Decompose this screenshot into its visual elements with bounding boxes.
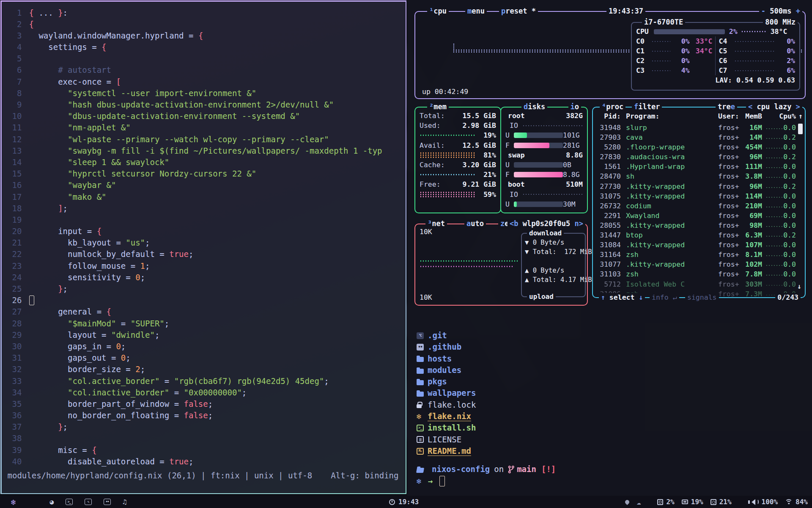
tray-memory[interactable]: 19% (682, 498, 703, 506)
editor-line[interactable]: 20 input = { (2, 226, 406, 237)
location-pin-icon[interactable] (624, 499, 630, 505)
editor-line[interactable]: 4 settings = { (2, 41, 406, 53)
editor-line[interactable]: 26 (2, 295, 406, 306)
tree-toggle[interactable]: tree (716, 102, 737, 112)
editor-line[interactable]: 32 border_size = 2; (2, 364, 406, 375)
header-cpu[interactable]: Cpu% (767, 111, 796, 121)
editor-window[interactable]: 1{ ... }:2{3 wayland.windowManager.hyprl… (0, 0, 406, 494)
sort-selector[interactable]: < cpu lazy > (746, 102, 802, 112)
music-app-icon[interactable]: ♫ (123, 498, 127, 506)
process-row[interactable]: 2291Xwaylandfros+69M0.0 (593, 211, 805, 221)
cloud-icon[interactable]: ☁ (636, 498, 641, 506)
editor-surface[interactable]: 1{ ... }:2{3 wayland.windowManager.hyprl… (2, 2, 406, 493)
tray-wifi[interactable]: 84% (785, 498, 808, 506)
editor-line[interactable]: 18 ]; (2, 203, 406, 214)
editor-line[interactable]: 28 "$mainMod" = "SUPER"; (2, 318, 406, 329)
editor-line[interactable]: 21 kb_layout = "us"; (2, 237, 406, 248)
editor-line[interactable]: 34 "col.inactive_border" = "0x00000000"; (2, 387, 406, 398)
net-interface-switch[interactable]: <b wlp0s20f0u5 n> (508, 219, 585, 229)
editor-line[interactable]: 24 sensitivity = 0; (2, 272, 406, 283)
editor-line[interactable]: 14 "sleep 1 && swaylock" (2, 157, 406, 168)
terminal-cursor[interactable] (439, 476, 445, 486)
editor-line[interactable]: 40 disable_autoreload = true; (2, 456, 406, 467)
process-row[interactable]: 31948slurpfros+16M0.0 (593, 123, 805, 133)
disks-io-toggle[interactable]: io (568, 102, 582, 112)
editor-line[interactable]: 7 exec-once = [ (2, 76, 406, 88)
editor-line[interactable]: 30 gaps_in = 0; (2, 341, 406, 352)
editor-line[interactable]: 2{ (2, 19, 406, 30)
process-panel-title[interactable]: ⁴proc (600, 102, 625, 112)
editor-line[interactable]: 39 misc = { (2, 444, 406, 456)
editor-line[interactable]: 23 follow_mouse = 1; (2, 260, 406, 272)
editor-line[interactable]: 15 "hyprctl setcursor Nordzy-cursors 22 … (2, 168, 406, 179)
terminal-app-icon[interactable]: >_ (66, 499, 73, 505)
editor-line[interactable]: 31 gaps_out = 0; (2, 352, 406, 364)
tray-volume[interactable]: 100% (748, 498, 778, 506)
editor-line[interactable]: 22 numlock_by_default = true; (2, 248, 406, 260)
editor-line[interactable]: 38 (2, 433, 406, 444)
tray-disk[interactable]: 21% (710, 498, 732, 506)
terminal-window[interactable]: ⌥.git••.githubhostsmodulespkgswallpapers… (407, 316, 812, 496)
refresh-interval-control[interactable]: - 500ms + (759, 6, 802, 16)
process-table-header[interactable]: Pid: Program: User: MemB Cpu% ↑ (593, 111, 805, 121)
select-control[interactable]: ↑ select ↓ (599, 293, 645, 302)
editor-line[interactable]: 37 }; (2, 421, 406, 433)
process-row[interactable]: 5712Isolated Web Cfros+303M0.0 (593, 279, 805, 289)
process-row[interactable]: 26732codiumfros+210M0.0 (593, 201, 805, 211)
editor-line[interactable]: 27 general = { (2, 306, 406, 318)
editor-line[interactable]: 25 }; (2, 283, 406, 295)
signals-control[interactable]: signals (685, 293, 719, 302)
network-panel-title[interactable]: ³net (425, 219, 447, 229)
tray-cpu[interactable]: 2% (657, 498, 674, 506)
disks-panel-title[interactable]: disks (521, 102, 547, 112)
header-pid[interactable]: Pid: (596, 111, 621, 121)
process-row[interactable]: 27830.audacious-wrafros+96M0.2 (593, 152, 805, 162)
process-row[interactable]: 28055.kitty-wrappedfros+98M0.0 (593, 221, 805, 230)
editor-line[interactable]: 8 "systemctl --user import-environment &… (2, 88, 406, 99)
editor-line[interactable]: 3 wayland.windowManager.hyprland = { (2, 30, 406, 41)
editor-line[interactable]: 35 border_part_of_window = false; (2, 398, 406, 410)
process-row[interactable]: 31164zshfros+8.1M0.0 (593, 250, 805, 260)
menu-button[interactable]: menu (465, 6, 487, 16)
editor-line[interactable]: 6 # autostart (2, 64, 406, 76)
header-memory[interactable]: MemB (732, 111, 762, 121)
process-row[interactable]: 31103zshfros+7.8M0.0 (593, 269, 805, 279)
notes-app-icon[interactable]: ✎ (85, 499, 92, 505)
net-auto-toggle[interactable]: auto (464, 219, 486, 229)
editor-line[interactable]: 16 "waybar &" (2, 179, 406, 191)
cpu-panel-title[interactable]: ¹cpu (427, 6, 449, 16)
editor-line[interactable]: 11 "nm-applet &" (2, 122, 406, 133)
shell-input-line[interactable]: ❄ → (417, 475, 812, 487)
process-row[interactable]: 31077.kitty-wrappedfros+102M0.0 (593, 260, 805, 269)
editor-line[interactable]: 12 "wl-paste --primary --watch wl-copy -… (2, 134, 406, 145)
process-row[interactable]: 27730.kitty-wrappedfros+96M0.2 (593, 182, 805, 191)
discord-app-icon[interactable]: •• (104, 499, 111, 505)
process-row[interactable]: 31447btopfros+6.3M0.2 (593, 230, 805, 240)
editor-line[interactable]: 1{ ... }: (2, 7, 406, 19)
scroll-down-icon[interactable]: ↓ (797, 282, 801, 290)
editor-line[interactable]: 5 (2, 53, 406, 64)
editor-line[interactable]: 19 (2, 214, 406, 226)
taskbar-clock[interactable]: 19:43 (389, 498, 419, 506)
info-control[interactable]: info ↵ (650, 293, 679, 302)
preset-button[interactable]: preset * (499, 6, 538, 16)
editor-line[interactable]: 36 no_border_on_floating = false; (2, 410, 406, 421)
nixos-menu-icon[interactable]: ❄ (11, 497, 16, 507)
process-row[interactable]: 28470shfros+3.8M0.0 (593, 171, 805, 181)
filter-button[interactable]: filter (632, 102, 662, 112)
btop-window[interactable]: ¹cpu menu preset * 19:43:37 - 500ms + up… (407, 0, 812, 316)
editor-line[interactable]: 33 "col.active_border" = "rgb(cba6f7) rg… (2, 375, 406, 387)
header-program[interactable]: Program: (626, 111, 659, 121)
process-row[interactable]: 1561.Hyprland-wrapfros+111M0.0 (593, 162, 805, 171)
editor-line[interactable]: 10 "dbus-update-activation-environment -… (2, 110, 406, 122)
editor-line[interactable]: 13 "swaybg -m fill -i $(find ~/Pictures/… (2, 145, 406, 157)
editor-line[interactable]: 29 layout = "dwindle"; (2, 329, 406, 341)
process-row[interactable]: 31075.kitty-wrappedfros+114M0.0 (593, 191, 805, 201)
process-scrollbar-thumb[interactable] (798, 124, 803, 134)
process-row[interactable]: 31084.kitty-wrappedfros+107M0.0 (593, 240, 805, 250)
editor-line[interactable]: 9 "hash dbus-update-activation-environme… (2, 99, 406, 110)
process-row[interactable]: 27903cavafros+14M0.2 (593, 133, 805, 142)
memory-panel-title[interactable]: ²mem (427, 102, 449, 112)
firefox-icon[interactable]: ◕ (49, 498, 54, 506)
process-row[interactable]: 5280.floorp-wrappefros+454M0.0 (593, 142, 805, 152)
